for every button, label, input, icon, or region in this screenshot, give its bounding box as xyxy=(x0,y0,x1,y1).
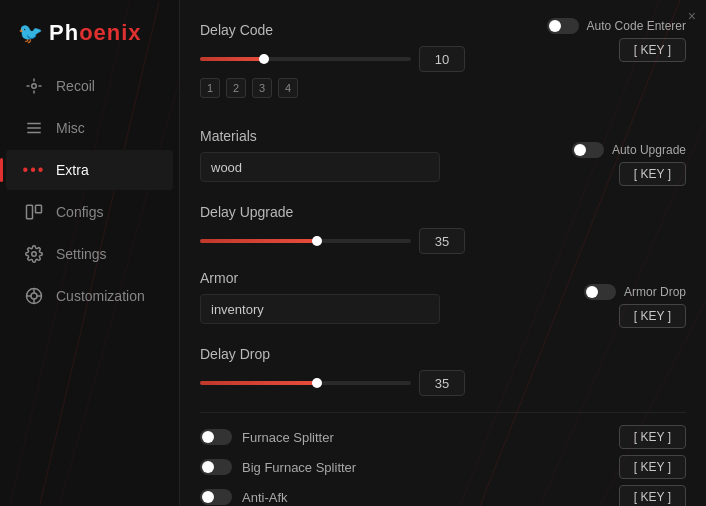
sidebar-item-extra-label: Extra xyxy=(56,162,89,178)
armor-drop-label: Armor Drop xyxy=(624,285,686,299)
materials-label: Materials xyxy=(200,128,465,144)
auto-code-label: Auto Code Enterer xyxy=(587,19,686,33)
armor-key-btn[interactable]: [ KEY ] xyxy=(619,304,686,328)
sidebar-item-recoil[interactable]: Recoil xyxy=(6,66,173,106)
big-furnace-splitter-knob xyxy=(202,461,214,473)
anti-afk-left: Anti-Afk xyxy=(200,489,288,505)
divider xyxy=(200,412,686,413)
customization-icon xyxy=(24,286,44,306)
auto-code-knob xyxy=(549,20,561,32)
delay-upgrade-section: Delay Upgrade xyxy=(200,200,686,260)
delay-code-track[interactable] xyxy=(200,57,411,61)
delay-upgrade-label: Delay Upgrade xyxy=(200,204,465,220)
auto-upgrade-label: Auto Upgrade xyxy=(612,143,686,157)
auto-upgrade-knob xyxy=(574,144,586,156)
sidebar-item-misc[interactable]: Misc xyxy=(6,108,173,148)
big-furnace-splitter-label: Big Furnace Splitter xyxy=(242,460,356,475)
delay-drop-value[interactable] xyxy=(419,370,465,396)
delay-upgrade-fill xyxy=(200,239,316,243)
sidebar-item-customization[interactable]: Customization xyxy=(6,276,173,316)
svg-rect-7 xyxy=(27,205,33,219)
materials-key-btn[interactable]: [ KEY ] xyxy=(619,162,686,186)
armor-section: Armor Armor Drop [ KEY ] xyxy=(200,266,686,328)
delay-upgrade-thumb[interactable] xyxy=(312,236,322,246)
delay-upgrade-value[interactable] xyxy=(419,228,465,254)
main-content: × Delay Code 1 2 3 4 xyxy=(180,0,706,506)
auto-code-toggle-row: Auto Code Enterer xyxy=(547,18,686,34)
sidebar-item-configs[interactable]: Configs xyxy=(6,192,173,232)
furnace-splitter-key-btn[interactable]: [ KEY ] xyxy=(619,425,686,449)
big-furnace-splitter-toggle[interactable] xyxy=(200,459,232,475)
logo-area: 🐦 Phoenix xyxy=(0,10,179,66)
svg-point-9 xyxy=(32,252,37,257)
armor-drop-knob xyxy=(586,286,598,298)
delay-drop-section: Delay Drop xyxy=(200,342,686,402)
sidebar-item-configs-label: Configs xyxy=(56,204,103,220)
svg-point-3 xyxy=(32,84,37,89)
anti-afk-key-btn[interactable]: [ KEY ] xyxy=(619,485,686,506)
anti-afk-toggle[interactable] xyxy=(200,489,232,505)
delay-code-section: Delay Code 1 2 3 4 Auto Code Enterer xyxy=(200,18,686,110)
anti-afk-knob xyxy=(202,491,214,503)
delay-code-label: Delay Code xyxy=(200,22,465,38)
page-dot-1[interactable]: 1 xyxy=(200,78,220,98)
delay-drop-thumb[interactable] xyxy=(312,378,322,388)
svg-point-11 xyxy=(31,293,37,299)
delay-code-value[interactable] xyxy=(419,46,465,72)
sidebar-item-settings-label: Settings xyxy=(56,246,107,262)
misc-icon xyxy=(24,118,44,138)
delay-upgrade-track[interactable] xyxy=(200,239,411,243)
delay-code-thumb[interactable] xyxy=(259,54,269,64)
sidebar-item-extra[interactable]: ••• Extra xyxy=(6,150,173,190)
armor-drop-toggle[interactable] xyxy=(584,284,616,300)
delay-drop-slider-row xyxy=(200,370,465,396)
armor-label: Armor xyxy=(200,270,465,286)
page-dot-4[interactable]: 4 xyxy=(278,78,298,98)
delay-code-fill xyxy=(200,57,263,61)
auto-code-toggle[interactable] xyxy=(547,18,579,34)
big-furnace-splitter-key-btn[interactable]: [ KEY ] xyxy=(619,455,686,479)
feature-anti-afk: Anti-Afk [ KEY ] xyxy=(200,485,686,506)
close-button[interactable]: × xyxy=(688,8,696,24)
logo-ph: Ph xyxy=(49,20,79,45)
materials-left: Materials xyxy=(200,124,465,182)
delay-upgrade-slider-row xyxy=(200,228,465,254)
feature-furnace-splitter: Furnace Splitter [ KEY ] xyxy=(200,425,686,449)
delay-drop-label: Delay Drop xyxy=(200,346,465,362)
sidebar: 🐦 Phoenix Recoil Misc xyxy=(0,0,180,506)
delay-drop-track[interactable] xyxy=(200,381,411,385)
feature-big-furnace-splitter: Big Furnace Splitter [ KEY ] xyxy=(200,455,686,479)
sidebar-item-settings[interactable]: Settings xyxy=(6,234,173,274)
delay-code-slider-row xyxy=(200,46,465,72)
materials-section: Materials Auto Upgrade [ KEY ] xyxy=(200,124,686,186)
page-dot-3[interactable]: 3 xyxy=(252,78,272,98)
configs-icon xyxy=(24,202,44,222)
svg-rect-8 xyxy=(36,205,42,213)
furnace-splitter-left: Furnace Splitter xyxy=(200,429,334,445)
delay-upgrade-left: Delay Upgrade xyxy=(200,200,465,260)
sidebar-item-customization-label: Customization xyxy=(56,288,145,304)
furnace-splitter-label: Furnace Splitter xyxy=(242,430,334,445)
furnace-splitter-knob xyxy=(202,431,214,443)
logo-oenix: oenix xyxy=(79,20,141,45)
recoil-icon xyxy=(24,76,44,96)
furnace-splitter-toggle[interactable] xyxy=(200,429,232,445)
materials-input[interactable] xyxy=(200,152,440,182)
page-dots: 1 2 3 4 xyxy=(200,78,465,98)
armor-drop-toggle-row: Armor Drop xyxy=(584,284,686,300)
materials-right: Auto Upgrade [ KEY ] xyxy=(526,124,686,186)
settings-icon xyxy=(24,244,44,264)
logo-text: Phoenix xyxy=(49,20,142,46)
logo-icon: 🐦 xyxy=(18,21,43,45)
extra-icon: ••• xyxy=(24,160,44,180)
armor-left: Armor xyxy=(200,266,465,324)
delay-code-key-btn[interactable]: [ KEY ] xyxy=(619,38,686,62)
sidebar-nav: Recoil Misc ••• Extra Co xyxy=(0,66,179,506)
anti-afk-label: Anti-Afk xyxy=(242,490,288,505)
auto-upgrade-toggle[interactable] xyxy=(572,142,604,158)
delay-drop-fill xyxy=(200,381,316,385)
page-dot-2[interactable]: 2 xyxy=(226,78,246,98)
armor-input[interactable] xyxy=(200,294,440,324)
sidebar-item-misc-label: Misc xyxy=(56,120,85,136)
big-furnace-splitter-left: Big Furnace Splitter xyxy=(200,459,356,475)
